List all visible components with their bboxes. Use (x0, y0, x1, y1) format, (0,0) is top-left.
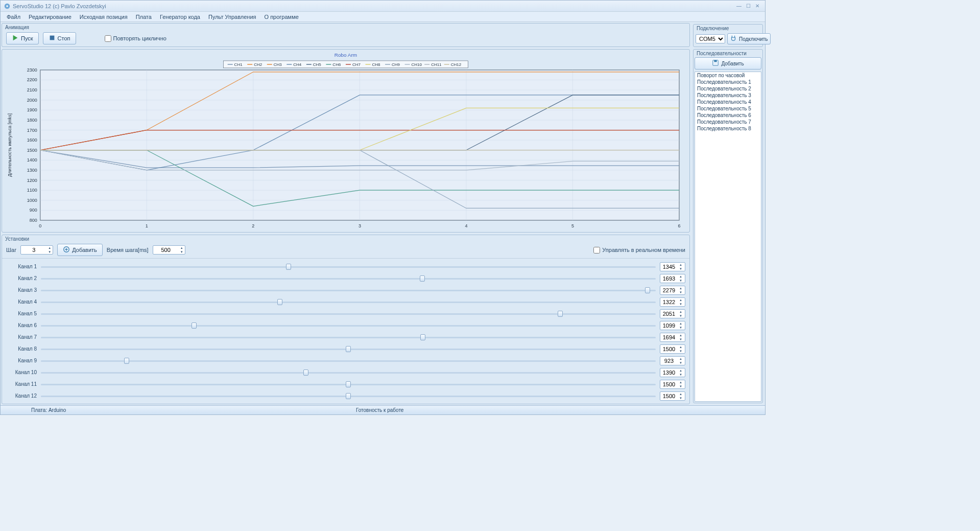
ch-down[interactable]: ▼ (678, 314, 684, 318)
step-input[interactable] (21, 247, 46, 253)
channel-slider[interactable] (41, 310, 656, 317)
ch-down[interactable]: ▼ (678, 396, 684, 400)
sequence-item[interactable]: Последовательность 3 (695, 92, 761, 99)
add-step-button[interactable]: Добавить (57, 244, 103, 256)
slider-thumb[interactable] (192, 322, 197, 329)
ch-up[interactable]: ▲ (678, 333, 684, 337)
ch-up[interactable]: ▲ (678, 380, 684, 384)
menu-3[interactable]: Плата (132, 13, 156, 21)
channel-value-input[interactable] (660, 275, 678, 282)
slider-thumb[interactable] (346, 393, 351, 399)
ch-up[interactable]: ▲ (678, 263, 684, 267)
channel-value-spinner[interactable]: ▲▼ (660, 344, 685, 354)
menu-1[interactable]: Редактирование (25, 13, 76, 21)
channel-slider[interactable] (41, 357, 656, 364)
ch-up[interactable]: ▲ (678, 310, 684, 314)
minimize-button[interactable]: — (734, 3, 744, 10)
slider-thumb[interactable] (558, 311, 563, 317)
slider-thumb[interactable] (420, 275, 425, 282)
channel-value-spinner[interactable]: ▲▼ (660, 297, 685, 307)
ch-down[interactable]: ▼ (678, 349, 684, 353)
menu-5[interactable]: Пульт Управления (204, 13, 260, 21)
channel-value-input[interactable] (660, 264, 678, 270)
channel-value-spinner[interactable]: ▲▼ (660, 286, 685, 295)
channel-value-spinner[interactable]: ▲▼ (660, 309, 685, 318)
slider-thumb[interactable] (286, 264, 291, 270)
play-button[interactable]: Пуск (6, 32, 39, 44)
channel-value-input[interactable] (660, 334, 678, 340)
ch-up[interactable]: ▲ (678, 286, 684, 290)
channel-slider[interactable] (41, 369, 656, 376)
slider-thumb[interactable] (303, 370, 308, 376)
channel-slider[interactable] (41, 345, 656, 353)
slider-thumb[interactable] (346, 346, 351, 352)
channel-slider[interactable] (41, 275, 656, 282)
ch-up[interactable]: ▲ (678, 368, 684, 373)
channel-value-input[interactable] (660, 311, 678, 317)
channel-value-spinner[interactable]: ▲▼ (660, 274, 685, 283)
loop-checkbox-input[interactable] (105, 35, 111, 42)
menu-0[interactable]: Файл (3, 13, 25, 21)
step-time-spinner[interactable]: ▲▼ (153, 245, 185, 255)
ch-down[interactable]: ▼ (678, 290, 684, 294)
sequence-item[interactable]: Последовательность 1 (695, 79, 761, 85)
channel-value-input[interactable] (660, 358, 678, 364)
channel-value-spinner[interactable]: ▲▼ (660, 356, 685, 365)
menu-6[interactable]: О программе (260, 13, 303, 21)
maximize-button[interactable]: ☐ (744, 3, 753, 10)
slider-thumb[interactable] (645, 287, 650, 293)
ch-down[interactable]: ▼ (678, 373, 684, 377)
sequence-item[interactable]: Последовательность 4 (695, 99, 761, 105)
channel-value-spinner[interactable]: ▲▼ (660, 368, 685, 377)
channel-value-input[interactable] (660, 370, 678, 376)
ch-up[interactable]: ▲ (678, 298, 684, 302)
sequence-item[interactable]: Последовательность 7 (695, 119, 761, 125)
slider-thumb[interactable] (346, 381, 351, 387)
channel-value-input[interactable] (660, 393, 678, 399)
sequence-item[interactable]: Последовательность 6 (695, 112, 761, 119)
step-spinner[interactable]: ▲▼ (20, 245, 53, 255)
sequence-item[interactable]: Последовательность 5 (695, 105, 761, 112)
step-up[interactable]: ▲ (46, 246, 53, 250)
channel-slider[interactable] (41, 393, 656, 400)
channel-value-spinner[interactable]: ▲▼ (660, 321, 685, 330)
sequence-item[interactable]: Последовательность 2 (695, 85, 761, 92)
step-down[interactable]: ▼ (46, 250, 53, 254)
channel-value-input[interactable] (660, 346, 678, 352)
add-sequence-button[interactable]: Добавить (695, 57, 761, 70)
ch-down[interactable]: ▼ (678, 337, 684, 341)
channel-slider[interactable] (41, 263, 656, 270)
ch-down[interactable]: ▼ (678, 267, 684, 271)
channel-value-spinner[interactable]: ▲▼ (660, 262, 685, 271)
loop-checkbox[interactable]: Повторять циклично (105, 35, 166, 42)
menu-2[interactable]: Исходная позиция (76, 13, 132, 21)
sequence-list[interactable]: Поворот по часовойПоследовательность 1По… (695, 72, 761, 402)
ch-down[interactable]: ▼ (678, 326, 684, 330)
channel-slider[interactable] (41, 298, 656, 306)
slider-thumb[interactable] (420, 334, 425, 340)
ch-down[interactable]: ▼ (678, 384, 684, 388)
channel-slider[interactable] (41, 322, 656, 329)
channel-slider[interactable] (41, 334, 656, 341)
ch-down[interactable]: ▼ (678, 361, 684, 365)
menu-4[interactable]: Генератор кода (156, 13, 204, 21)
ch-up[interactable]: ▲ (678, 321, 684, 326)
channel-value-input[interactable] (660, 299, 678, 305)
channel-slider[interactable] (41, 287, 656, 294)
sequence-item[interactable]: Поворот по часовой (695, 72, 761, 79)
port-select[interactable]: COM1COM2COM3COM4COM5 (696, 34, 725, 43)
ch-up[interactable]: ▲ (678, 357, 684, 361)
realtime-checkbox[interactable]: Управлять в реальном времени (593, 247, 685, 253)
realtime-checkbox-input[interactable] (593, 247, 600, 253)
slider-thumb[interactable] (277, 299, 282, 305)
ch-up[interactable]: ▲ (678, 274, 684, 279)
ch-down[interactable]: ▼ (678, 302, 684, 306)
ch-up[interactable]: ▲ (678, 392, 684, 396)
close-button[interactable]: ✕ (753, 3, 762, 10)
ch-down[interactable]: ▼ (678, 279, 684, 283)
stop-button[interactable]: Стоп (43, 32, 76, 44)
channel-value-spinner[interactable]: ▲▼ (660, 333, 685, 342)
step-time-input[interactable] (153, 247, 179, 253)
step-time-up[interactable]: ▲ (179, 246, 185, 250)
sequence-item[interactable]: Последовательность 8 (695, 125, 761, 132)
